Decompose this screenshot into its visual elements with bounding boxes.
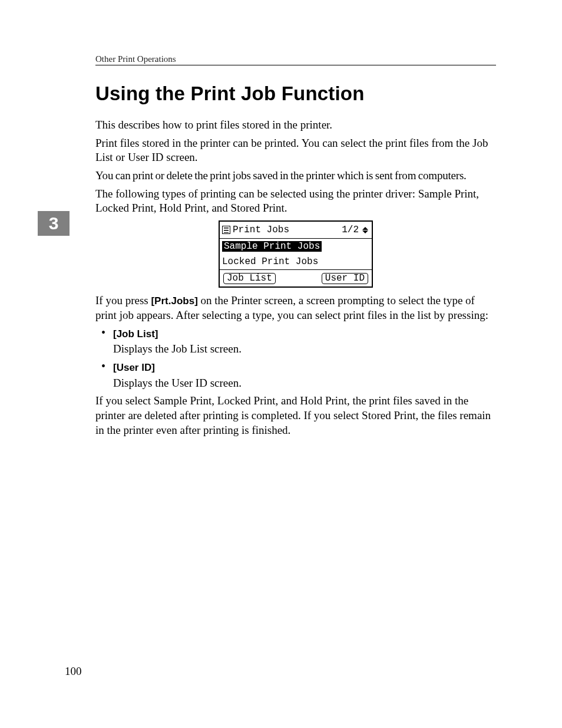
options-list: [Job List] Displays the Job List screen.… xyxy=(95,327,496,391)
text: If you press xyxy=(95,294,151,307)
chapter-tab: 3 xyxy=(38,211,70,236)
list-item: [Job List] Displays the Job List screen. xyxy=(95,327,496,357)
paragraph: You can print or delete the print jobs s… xyxy=(95,169,496,183)
option-description: Displays the Job List screen. xyxy=(113,342,496,357)
option-label: [Job List] xyxy=(113,328,158,340)
lcd-title-row: Print Jobs 1/2 xyxy=(220,222,372,239)
option-label: [User ID] xyxy=(113,362,155,373)
header-rule xyxy=(95,65,496,65)
list-item: [User ID] Displays the User ID screen. xyxy=(95,360,496,390)
lcd-title-text: Print Jobs xyxy=(233,225,289,235)
lcd-item: Locked Print Jobs xyxy=(222,257,318,266)
paragraph: Print files stored in the printer can be… xyxy=(95,136,496,165)
list-icon xyxy=(222,226,230,234)
printer-lcd: Print Jobs 1/2 Sample Print Jobs Locked … xyxy=(219,220,373,288)
paragraph: The following types of printing can be s… xyxy=(95,187,496,216)
lcd-item-row: Locked Print Jobs xyxy=(220,254,372,269)
lcd-item-selected: Sample Print Jobs xyxy=(222,241,322,252)
body-text: This describes how to print files stored… xyxy=(95,118,496,441)
page-number: 100 xyxy=(65,665,82,678)
running-head: Other Print Operations xyxy=(95,54,176,64)
lcd-pager: 1/2 xyxy=(342,225,368,235)
updown-arrows-icon xyxy=(362,227,368,233)
arrow-up-icon xyxy=(362,227,368,230)
lcd-pager-text: 1/2 xyxy=(342,225,359,235)
lcd-bottom-row: Job List User ID xyxy=(220,269,372,286)
option-description: Displays the User ID screen. xyxy=(113,376,496,391)
lcd-job-list-button: Job List xyxy=(223,273,276,284)
prt-jobs-key-label: [Prt.Jobs] xyxy=(151,295,197,307)
lcd-user-id-button: User ID xyxy=(322,273,368,284)
paragraph: If you select Sample Print, Locked Print… xyxy=(95,394,496,437)
arrow-down-icon xyxy=(362,230,368,233)
document-page: Other Print Operations 3 Using the Print… xyxy=(0,0,562,728)
lcd-title: Print Jobs xyxy=(222,225,289,235)
page-title: Using the Print Job Function xyxy=(95,83,365,105)
paragraph: If you press [Prt.Jobs] on the Printer s… xyxy=(95,294,496,322)
lcd-item-row: Sample Print Jobs xyxy=(220,239,372,254)
paragraph: This describes how to print files stored… xyxy=(95,118,496,133)
